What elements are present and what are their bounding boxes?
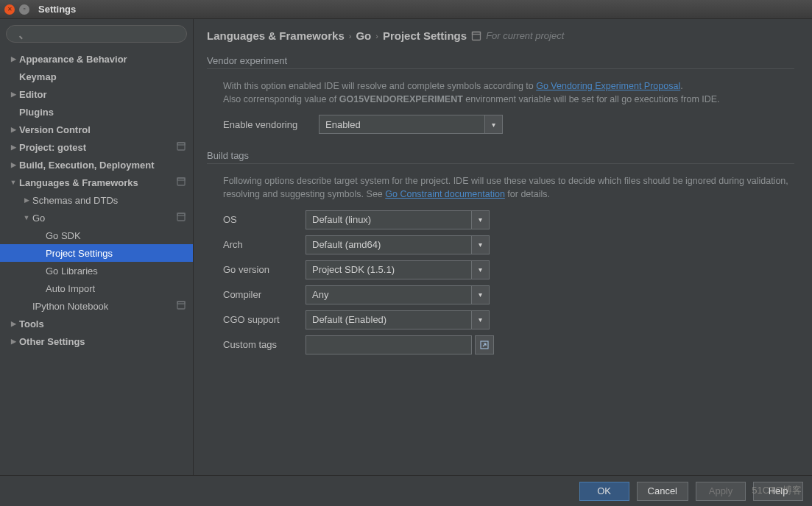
compiler-combo[interactable]: Any	[306, 285, 490, 304]
project-scope-icon	[177, 142, 187, 152]
compiler-label: Compiler	[223, 289, 306, 300]
tree-caret-icon[interactable]: ▶	[9, 161, 18, 168]
project-scope-icon	[471, 31, 481, 41]
go-version-combo[interactable]: Project SDK (1.5.1)	[306, 260, 490, 279]
cgo-value: Default (Enabled)	[306, 311, 471, 329]
tree-item-tools[interactable]: ▶Tools	[0, 315, 193, 332]
tree-item-label: Go SDK	[46, 230, 81, 241]
tree-item-version-control[interactable]: ▶Version Control	[0, 121, 193, 138]
tree-item-appearance-behavior[interactable]: ▶Appearance & Behavior	[0, 50, 193, 68]
tree-item-label: Appearance & Behavior	[19, 54, 127, 65]
svg-rect-8	[473, 32, 481, 40]
tree-item-ipython-notebook[interactable]: IPython Notebook	[0, 297, 193, 315]
project-scope-icon	[177, 301, 187, 311]
settings-search-input[interactable]	[6, 25, 187, 43]
svg-rect-4	[177, 213, 185, 221]
vendor-proposal-link[interactable]: Go Vendoring Experiment Proposal	[536, 81, 680, 91]
tree-item-label: Version Control	[19, 124, 91, 135]
project-scope-icon	[177, 213, 187, 223]
chevron-down-icon[interactable]	[484, 115, 502, 133]
svg-rect-3	[177, 178, 185, 180]
tree-item-label: Go Libraries	[46, 266, 98, 277]
custom-tags-input[interactable]	[306, 335, 472, 354]
tree-caret-icon[interactable]: ▼	[9, 179, 18, 186]
tree-item-other-settings[interactable]: ▶Other Settings	[0, 332, 193, 350]
help-button[interactable]: Help	[753, 482, 803, 501]
chevron-down-icon[interactable]	[471, 286, 489, 304]
expand-field-button[interactable]	[475, 335, 494, 354]
arch-label: Arch	[223, 239, 306, 250]
window-minimize-button[interactable]	[19, 4, 29, 15]
tree-item-label: Editor	[19, 89, 47, 100]
enable-vendoring-label: Enable vendoring	[223, 119, 319, 130]
search-icon	[6, 25, 187, 43]
window-close-button[interactable]	[4, 4, 15, 15]
breadcrumb-c: Project Settings	[383, 29, 467, 42]
tree-item-schemas-and-dtds[interactable]: ▶Schemas and DTDs	[0, 191, 193, 209]
cgo-combo[interactable]: Default (Enabled)	[306, 310, 490, 329]
enable-vendoring-combo[interactable]: Enabled	[319, 115, 503, 134]
tree-item-label: Languages & Frameworks	[19, 177, 138, 188]
dialog-footer: OK Cancel Apply Help	[0, 475, 812, 506]
settings-main-panel: Languages & Frameworks › Go › Project Se…	[194, 19, 812, 475]
tree-item-label: Other Settings	[19, 336, 85, 347]
custom-tags-label: Custom tags	[223, 339, 306, 350]
ok-button[interactable]: OK	[579, 482, 629, 501]
svg-rect-0	[177, 143, 185, 150]
breadcrumb-a[interactable]: Languages & Frameworks	[207, 29, 345, 42]
tree-caret-icon[interactable]: ▶	[9, 320, 18, 327]
tree-item-label: Schemas and DTDs	[32, 195, 118, 206]
chevron-down-icon[interactable]	[471, 311, 489, 329]
tree-item-label: Auto Import	[46, 283, 95, 294]
section-vendor-desc: With this option enabled IDE will resolv…	[207, 74, 794, 112]
tree-item-plugins[interactable]: Plugins	[0, 103, 193, 121]
tree-caret-icon[interactable]: ▶	[9, 143, 18, 151]
tree-item-label: Keymap	[19, 71, 57, 82]
enable-vendoring-value: Enabled	[319, 115, 484, 133]
svg-rect-9	[473, 32, 481, 34]
tree-caret-icon[interactable]: ▶	[9, 55, 18, 63]
tree-caret-icon[interactable]: ▶	[9, 90, 18, 98]
tree-caret-icon[interactable]: ▶	[22, 196, 31, 204]
tree-item-go-libraries[interactable]: Go Libraries	[0, 262, 193, 279]
settings-sidebar: ▶Appearance & BehaviorKeymap▶EditorPlugi…	[0, 19, 194, 475]
tree-item-auto-import[interactable]: Auto Import	[0, 279, 193, 297]
cancel-button[interactable]: Cancel	[637, 482, 688, 501]
go-constraint-doc-link[interactable]: Go Constraint documentation	[385, 189, 505, 199]
tree-caret-icon[interactable]: ▶	[9, 338, 18, 345]
section-vendor-header: Vendor experiment	[207, 55, 794, 69]
tree-item-label: Go	[32, 213, 45, 224]
vendor-desc-text: environment variable will be set for all…	[463, 94, 720, 104]
tree-item-go[interactable]: ▼Go	[0, 209, 193, 227]
vendor-desc-text: .	[680, 81, 682, 91]
svg-rect-6	[177, 302, 185, 309]
chevron-down-icon[interactable]	[471, 211, 489, 229]
apply-button[interactable]: Apply	[696, 482, 746, 501]
section-build-header: Build tags	[207, 150, 794, 164]
tree-caret-icon[interactable]: ▶	[9, 126, 18, 133]
tree-item-build-execution-deployment[interactable]: ▶Build, Execution, Deployment	[0, 156, 193, 174]
os-label: OS	[223, 214, 306, 225]
svg-rect-2	[177, 178, 185, 185]
chevron-down-icon[interactable]	[471, 236, 489, 254]
tree-item-project-gotest[interactable]: ▶Project: gotest	[0, 138, 193, 156]
tree-item-languages-frameworks[interactable]: ▼Languages & Frameworks	[0, 174, 193, 191]
breadcrumb-b[interactable]: Go	[356, 29, 371, 42]
chevron-down-icon[interactable]	[471, 261, 489, 279]
svg-rect-5	[177, 213, 185, 215]
breadcrumb-sep: ›	[375, 32, 378, 40]
svg-rect-7	[177, 302, 185, 304]
vendor-desc-text: With this option enabled IDE will resolv…	[223, 81, 536, 91]
os-combo[interactable]: Default (linux)	[306, 210, 490, 229]
arch-combo[interactable]: Default (amd64)	[306, 235, 490, 254]
tree-item-go-sdk[interactable]: Go SDK	[0, 227, 193, 244]
tree-item-editor[interactable]: ▶Editor	[0, 85, 193, 103]
os-value: Default (linux)	[306, 211, 471, 229]
tree-item-keymap[interactable]: Keymap	[0, 68, 193, 85]
section-build-desc: Following options describe target system…	[207, 168, 794, 207]
vendor-env-var: GO15VENDOREXPERIMENT	[339, 94, 463, 104]
tree-caret-icon[interactable]: ▼	[22, 214, 31, 221]
svg-rect-1	[177, 143, 185, 145]
tree-item-project-settings[interactable]: Project Settings	[0, 244, 193, 262]
tree-item-label: Build, Execution, Deployment	[19, 160, 154, 171]
